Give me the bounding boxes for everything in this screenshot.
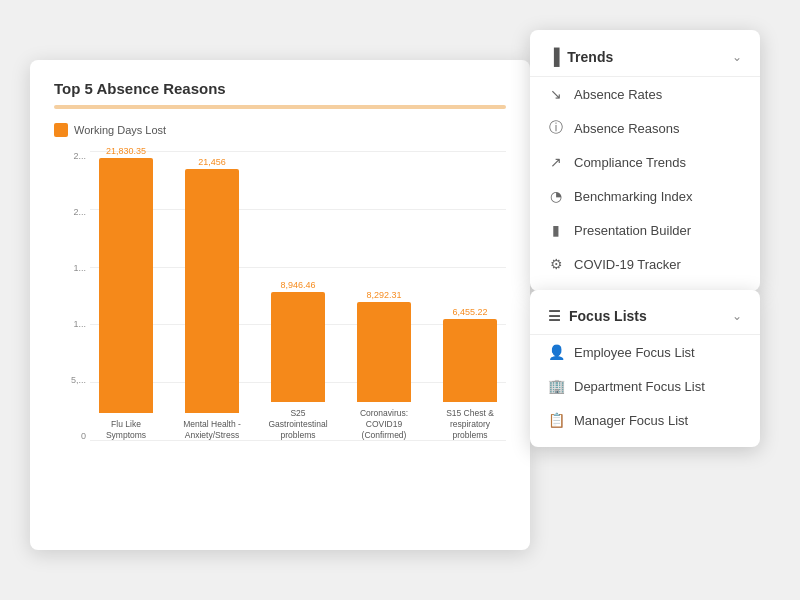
trends-header-left: ▐ Trends [548, 48, 613, 66]
y-label-4: 2... [54, 207, 90, 217]
bar-value-2: 21,456 [198, 157, 226, 167]
compliance-icon: ↗ [548, 154, 564, 170]
bar-group-gastro: 8,946.46 S25Gastrointestinalproblems [262, 280, 334, 441]
department-focus-icon: 🏢 [548, 378, 564, 394]
trends-item-label-5: Presentation Builder [574, 223, 691, 238]
bar-label-4: Coronavirus:COVID19(Confirmed) [353, 408, 415, 441]
y-label-3: 1... [54, 263, 90, 273]
focus-lists-dropdown: ☰ Focus Lists ⌄ 👤 Employee Focus List 🏢 … [530, 290, 760, 447]
manager-focus-icon: 📋 [548, 412, 564, 428]
bar-value-1: 21,830.35 [106, 146, 146, 156]
bar-label-1: Flu LikeSymptoms [95, 419, 157, 441]
focus-list-icon: ☰ [548, 308, 561, 324]
y-label-0: 0 [54, 431, 90, 441]
y-label-5: 2... [54, 151, 90, 161]
benchmarking-icon: ◔ [548, 188, 564, 204]
y-label-2: 1... [54, 319, 90, 329]
bar-group-covid: 8,292.31 Coronavirus:COVID19(Confirmed) [348, 290, 420, 441]
bar-chart-area: 0 5,... 1... 1... 2... 2... 21,830.35 Fl… [54, 151, 506, 491]
bar-value-4: 8,292.31 [366, 290, 401, 300]
bar-5 [443, 319, 497, 402]
presentation-icon: ▮ [548, 222, 564, 238]
bar-1 [99, 158, 153, 413]
focus-header-left: ☰ Focus Lists [548, 308, 647, 324]
focus-item-label-3: Manager Focus List [574, 413, 688, 428]
bar-label-3: S25Gastrointestinalproblems [267, 408, 329, 441]
focus-item-manager[interactable]: 📋 Manager Focus List [530, 403, 760, 437]
bar-value-3: 8,946.46 [280, 280, 315, 290]
trends-item-presentation[interactable]: ▮ Presentation Builder [530, 213, 760, 247]
chart-title: Top 5 Absence Reasons [54, 80, 506, 97]
focus-item-label-1: Employee Focus List [574, 345, 695, 360]
focus-item-label-2: Department Focus List [574, 379, 705, 394]
legend-label: Working Days Lost [74, 124, 166, 136]
trends-item-absence-reasons[interactable]: ⓘ Absence Reasons [530, 111, 760, 145]
trends-item-label-6: COVID-19 Tracker [574, 257, 681, 272]
focus-chevron-icon[interactable]: ⌄ [732, 309, 742, 323]
employee-focus-icon: 👤 [548, 344, 564, 360]
legend-color-box [54, 123, 68, 137]
trends-chevron-icon[interactable]: ⌄ [732, 50, 742, 64]
bar-group-chest: 6,455.22 S15 Chest &respiratoryproblems [434, 307, 506, 441]
chart-title-bar [54, 105, 506, 109]
trends-title: Trends [567, 49, 613, 65]
trends-item-benchmarking[interactable]: ◔ Benchmarking Index [530, 179, 760, 213]
bar-group-flu: 21,830.35 Flu LikeSymptoms [90, 146, 162, 441]
bar-label-5: S15 Chest &respiratoryproblems [439, 408, 501, 441]
trends-item-label-4: Benchmarking Index [574, 189, 693, 204]
chart-card: Top 5 Absence Reasons Working Days Lost … [30, 60, 530, 550]
bar-3 [271, 292, 325, 402]
trends-dropdown: ▐ Trends ⌄ ↘ Absence Rates ⓘ Absence Rea… [530, 30, 760, 291]
focus-title: Focus Lists [569, 308, 647, 324]
trends-item-absence-rates[interactable]: ↘ Absence Rates [530, 77, 760, 111]
focus-item-employee[interactable]: 👤 Employee Focus List [530, 335, 760, 369]
trends-dropdown-header: ▐ Trends ⌄ [530, 40, 760, 77]
trends-item-compliance[interactable]: ↗ Compliance Trends [530, 145, 760, 179]
covid-icon: ⚙ [548, 256, 564, 272]
y-label-1: 5,... [54, 375, 90, 385]
bar-4 [357, 302, 411, 402]
trends-item-covid[interactable]: ⚙ COVID-19 Tracker [530, 247, 760, 281]
absence-reasons-icon: ⓘ [548, 120, 564, 136]
bar-label-2: Mental Health -Anxiety/Stress [181, 419, 243, 441]
trends-item-label-2: Absence Reasons [574, 121, 680, 136]
focus-item-department[interactable]: 🏢 Department Focus List [530, 369, 760, 403]
y-axis: 0 5,... 1... 1... 2... 2... [54, 151, 90, 441]
focus-dropdown-header: ☰ Focus Lists ⌄ [530, 300, 760, 335]
trends-item-label-3: Compliance Trends [574, 155, 686, 170]
chart-legend: Working Days Lost [54, 123, 506, 137]
bar-2 [185, 169, 239, 413]
absence-rates-icon: ↘ [548, 86, 564, 102]
bar-group-mental: 21,456 Mental Health -Anxiety/Stress [176, 157, 248, 441]
trends-bar-icon: ▐ [548, 48, 559, 66]
trends-item-label-1: Absence Rates [574, 87, 662, 102]
bars-container: 21,830.35 Flu LikeSymptoms 21,456 Mental… [90, 151, 506, 441]
bar-value-5: 6,455.22 [452, 307, 487, 317]
